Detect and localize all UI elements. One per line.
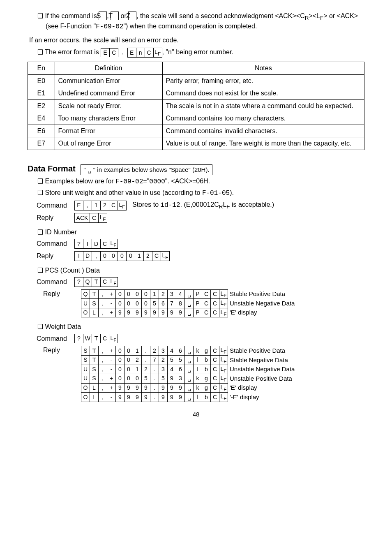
table-row: US,-00005678␣PCCLFUnstable Negative Data [81,299,295,308]
store-line: Store unit weight and other value in use… [37,188,364,198]
table-row: ST,+001.2346␣kgCLFStable Positive Data [81,346,295,356]
reply-label: Reply [37,252,74,261]
table-row: E4Too many characters ErrorCommand conta… [28,112,364,125]
table-row: E1Undefined command ErrorCommand does no… [28,87,364,100]
reply-desc: '-E' display [228,393,295,402]
table-row: US,+0005.593␣kgCLFUnstable Positive Data [81,374,295,384]
command-label: Command [37,201,74,210]
error-table: En Definition Notes E0Communication Erro… [28,62,364,150]
reply-desc: 'E' display [228,308,295,317]
table-row: OL,-9999.999␣lbCLF'-E' display [81,393,295,402]
key-s: S [99,12,107,20]
reply-desc: Unstable Positive Data [228,374,295,384]
reply-desc: Unstable Negative Data [228,365,295,374]
table-row: E2Scale not ready Error.The scale is not… [28,99,364,112]
error-sentence: If an error occurs, the scale will send … [29,36,364,45]
table-row: OL,+9999.999␣kgCLF'E' display [81,383,295,393]
examples-line: Examples below are for F-09-02="0000". <… [37,177,364,187]
data-format-title: Data Format [28,163,76,174]
table-row: ST,-002.7255␣lbCLFStable Negative Data [81,356,295,365]
err-frame-1: EC [101,48,118,57]
command-label: Command [37,278,74,287]
pcs-reply-table: QT,+00001234␣PCCLFStable Positive DataUS… [81,289,295,318]
page-number: 48 [28,410,364,419]
bullet-error-format: The error format is EC , EnCLF , "n" bei… [37,48,364,58]
table-row: E0Communication ErrorParity error, frami… [28,74,364,87]
weight-cmd-frame: ?WTCLF [74,334,118,344]
reply-desc: Stable Positive Data [228,346,295,356]
table-row: US,-0012.346␣lbCLFUnstable Negative Data [81,365,295,374]
reply-label: Reply [37,346,81,355]
key-z: Z [128,12,136,20]
reply-label: Reply [37,213,74,222]
weight-title: Weight Data [37,322,364,331]
table-row: OL,+99999999␣PCCLF'E' display [81,308,295,317]
err-frame-2: EnCLF [127,48,162,58]
reply-desc: Stable Positive Data [228,289,295,299]
reply-desc: Unstable Negative Data [228,299,295,308]
command-label: Command [37,239,74,248]
weight-reply-table: ST,+001.2346␣kgCLFStable Positive DataST… [81,346,295,402]
store-cmd-frame: E,12CLF [74,201,127,210]
err-h2: Definition [55,62,162,74]
pcs-title: PCS (Count ) Data [37,266,364,275]
store-cmd-note: Stores to id-12. (E,000012CRLF is accept… [132,200,274,210]
idnum-reply-frame: ID,000012CLF [74,251,170,261]
bullet-cmd-ack: If the command is S, T or Z, the scale w… [37,12,364,32]
reply-desc: 'E' display [228,383,295,393]
reply-label: Reply [37,289,81,298]
table-row: QT,+00001234␣PCCLFStable Positive Data [81,289,295,299]
err-h3: Notes [162,62,364,74]
reply-desc: Stable Negative Data [228,356,295,365]
key-t: T [111,12,119,20]
pcs-cmd-frame: ?QTCLF [74,277,118,287]
store-reply-frame: ACKCLF [74,213,107,223]
command-label: Command [37,334,74,343]
idnum-cmd-frame: ?IDCLF [74,239,118,249]
space-note: " ␣ " in examples below shows "Space" (2… [81,164,212,175]
table-row: E6Format ErrorCommand contains invalid c… [28,125,364,137]
err-h1: En [28,62,55,74]
table-row: E7Out of range ErrorValue is out of rang… [28,137,364,150]
id-number-title: ID Number [37,228,364,237]
